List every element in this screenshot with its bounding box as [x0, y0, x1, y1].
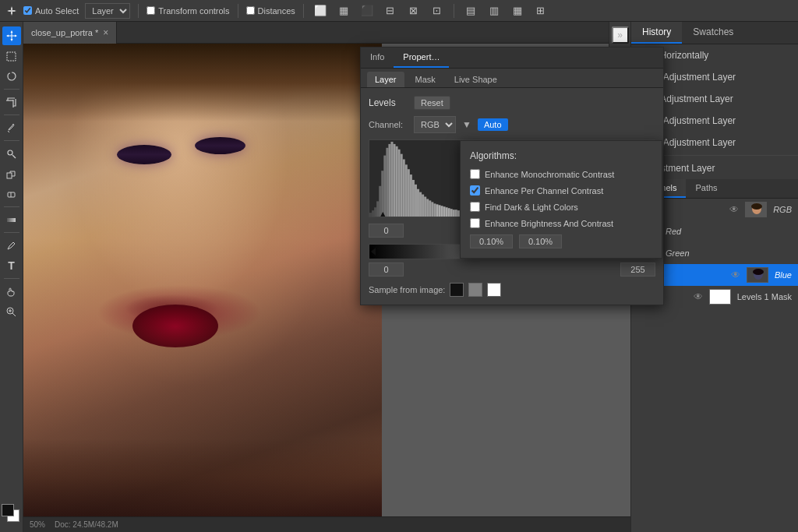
svg-rect-29	[396, 146, 398, 217]
distances-group[interactable]: Distances	[246, 6, 295, 16]
align-middle-btn[interactable]: ⊠	[405, 2, 422, 19]
gray-point-swatch[interactable]	[468, 283, 482, 297]
output-white-field[interactable]: 255	[620, 262, 655, 277]
tool-sep-1	[4, 89, 19, 90]
svg-rect-53	[453, 210, 455, 217]
align-bottom-btn[interactable]: ⊡	[429, 2, 446, 19]
layer-eye-icon[interactable]: 👁	[694, 291, 703, 302]
close-tab-btn[interactable]: ×	[103, 28, 108, 37]
autoselect-checkbox[interactable]	[23, 6, 32, 15]
algo-checkbox-3[interactable]	[470, 218, 480, 228]
right-panel-tabs: History Swatches	[631, 22, 798, 44]
selection-tool-btn[interactable]	[2, 47, 21, 65]
tool-sep-4	[4, 206, 19, 207]
svg-rect-51	[448, 208, 450, 217]
paths-tab-btn[interactable]: Paths	[686, 179, 726, 198]
channel-rgb-eye-icon[interactable]: 👁	[729, 204, 739, 215]
zoom-btn[interactable]	[2, 302, 21, 321]
svg-rect-19	[372, 210, 374, 217]
channel-red-name: Red	[666, 227, 681, 236]
eraser-btn[interactable]	[2, 185, 21, 203]
left-sidebar: T	[0, 22, 23, 532]
channel-select[interactable]: RGB	[414, 116, 456, 133]
fg-color-swatch[interactable]	[2, 504, 14, 516]
svg-rect-39	[419, 192, 422, 217]
align-center-btn[interactable]: ▦	[335, 2, 352, 19]
move-tool-btn[interactable]	[2, 26, 21, 45]
lips	[132, 305, 218, 347]
channel-rgb-name: RGB	[773, 205, 792, 214]
transform-controls-group[interactable]: Transform controls	[147, 6, 229, 16]
distribute-center-btn[interactable]: ▥	[486, 2, 503, 19]
algo-checkbox-1[interactable]	[470, 185, 480, 196]
tab-info[interactable]: Info	[361, 48, 394, 68]
history-tab[interactable]: History	[631, 22, 682, 44]
algorithms-title: Algorithms:	[470, 150, 652, 161]
svg-rect-48	[441, 206, 443, 217]
transform-controls-checkbox[interactable]	[147, 6, 155, 15]
right-collapse-btn[interactable]: »	[612, 26, 629, 44]
svg-rect-10	[7, 173, 12, 178]
auto-btn[interactable]: Auto	[478, 118, 508, 131]
brush-tool-btn[interactable]	[2, 144, 21, 163]
svg-rect-36	[412, 180, 415, 217]
distribute-btn[interactable]: ⊞	[532, 2, 549, 19]
levels-subtabs: Layer Mask Live Shape	[361, 69, 663, 88]
fg-bg-colors[interactable]	[2, 504, 22, 524]
algo-input-2[interactable]: 0.10%	[519, 234, 562, 248]
svg-point-90	[753, 269, 764, 275]
tab-properties[interactable]: Propert…	[394, 48, 449, 68]
gradient-btn[interactable]	[2, 210, 21, 229]
reset-btn[interactable]: Reset	[414, 96, 450, 110]
svg-rect-1	[9, 10, 15, 12]
subtab-mask[interactable]: Mask	[408, 72, 443, 87]
align-top-btn[interactable]: ⊟	[382, 2, 399, 19]
svg-rect-45	[433, 203, 436, 217]
doc-filename: close_up_portra *	[31, 28, 98, 37]
align-left-btn[interactable]: ⬜	[312, 2, 329, 19]
clone-stamp-btn[interactable]	[2, 164, 21, 183]
align-right-btn[interactable]: ⬛	[358, 2, 376, 19]
pen-btn[interactable]	[2, 236, 21, 255]
channel-blue-thumb	[747, 267, 768, 283]
subtab-layer[interactable]: Layer	[367, 72, 404, 87]
distribute-left-btn[interactable]: ▤	[462, 2, 479, 19]
svg-rect-3	[8, 36, 15, 37]
crop-tool-btn[interactable]	[2, 93, 21, 111]
channel-blue-name: Blue	[775, 270, 792, 280]
algo-option-2: Find Dark & Light Colors	[470, 202, 652, 212]
distribute-right-btn[interactable]: ▦	[509, 2, 526, 19]
output-black-field[interactable]: 0	[369, 262, 404, 277]
svg-rect-33	[405, 164, 408, 217]
svg-rect-35	[410, 174, 412, 217]
sample-row: Sample from image:	[369, 283, 655, 297]
eyedropper-btn[interactable]	[2, 118, 21, 137]
algo-checkbox-0[interactable]	[470, 169, 480, 179]
autoselect-label: Auto Select	[35, 6, 79, 16]
distances-checkbox[interactable]	[246, 6, 255, 15]
autoselect-checkbox-group[interactable]: Auto Select	[23, 6, 79, 16]
type-btn[interactable]: T	[2, 256, 21, 275]
lasso-tool-btn[interactable]	[2, 67, 21, 86]
input-black-field[interactable]: 0	[369, 224, 404, 238]
layer-select[interactable]: Layer	[85, 3, 130, 19]
channel-label: Channel:	[369, 120, 408, 129]
document-tab[interactable]: close_up_portra * ×	[23, 22, 117, 44]
svg-rect-4	[7, 52, 16, 61]
white-point-swatch[interactable]	[487, 283, 501, 297]
svg-rect-13	[7, 218, 16, 222]
zoom-level: 50%	[30, 520, 45, 529]
svg-rect-49	[443, 206, 446, 217]
hair	[23, 44, 382, 122]
hand-btn[interactable]	[2, 282, 21, 301]
algo-option-0: Enhance Monochromatic Contrast	[470, 169, 652, 179]
eye-left	[117, 145, 171, 164]
algo-checkbox-2[interactable]	[470, 202, 480, 212]
black-point-swatch[interactable]	[450, 283, 464, 297]
swatches-tab[interactable]: Swatches	[682, 22, 744, 44]
distances-label: Distances	[258, 6, 295, 16]
levels-header-row: Levels Reset	[369, 96, 655, 110]
channel-blue-eye-icon[interactable]: 👁	[731, 270, 740, 280]
subtab-liveshape[interactable]: Live Shape	[447, 72, 505, 87]
algo-input-1[interactable]: 0.10%	[470, 234, 513, 248]
